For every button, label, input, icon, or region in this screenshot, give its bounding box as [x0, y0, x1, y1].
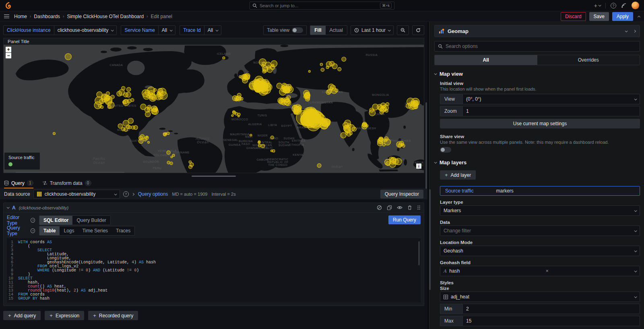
map-place-label: CANADA	[110, 64, 123, 66]
map-info-button[interactable]: i	[416, 163, 421, 169]
help-icon[interactable]: ?	[611, 3, 616, 8]
traffic-marker	[231, 115, 233, 117]
news-icon[interactable]	[621, 3, 627, 8]
query-inspector-button[interactable]: Query Inspector	[380, 190, 423, 199]
editor-type-help-icon[interactable]: ?	[31, 218, 35, 223]
collapse-header-icon[interactable]	[638, 14, 640, 19]
view-select[interactable]: (0°, 0°)	[462, 94, 640, 104]
run-query-button[interactable]: Run Query	[388, 215, 421, 224]
traffic-marker	[122, 86, 125, 90]
options-tab-overrides[interactable]: Overrides	[537, 55, 640, 65]
zoom-out-time-button[interactable]	[397, 25, 409, 35]
delete-query-icon[interactable]	[407, 205, 412, 210]
duplicate-query-icon[interactable]	[387, 205, 392, 210]
user-avatar[interactable]	[632, 2, 639, 9]
drag-handle-icon[interactable]	[417, 205, 421, 210]
time-range-picker[interactable]: Last 1 hour	[351, 25, 394, 35]
editor-type-sql-editor[interactable]: SQL Editor	[39, 216, 72, 225]
query-type-table[interactable]: Table	[39, 226, 60, 235]
layer-type-label: Layer type	[440, 200, 640, 205]
clear-icon[interactable]: ×	[546, 268, 549, 274]
query-type-logs[interactable]: Logs	[60, 226, 78, 235]
geohash-field-select[interactable]: A hash ×	[440, 266, 640, 276]
size-field-select[interactable]: adj_heat	[440, 292, 640, 302]
disable-query-icon[interactable]	[377, 205, 382, 210]
traffic-marker	[127, 87, 131, 91]
editor-type-query-builder[interactable]: Query Builder	[72, 216, 110, 225]
view-label: View	[440, 94, 462, 104]
variable-value-dropdown[interactable]: All	[158, 25, 175, 35]
map-canvas[interactable]: CANADAUNITED STATESMEXICOGUATEMALAVENEZU…	[4, 45, 424, 173]
query-type-time-series[interactable]: Time Series	[78, 226, 112, 235]
tab-transform-data[interactable]: Transform data0	[42, 180, 91, 188]
traffic-marker	[171, 156, 173, 158]
add-layer-button[interactable]: +Add layer	[440, 170, 476, 180]
global-search[interactable]: ⌘+k	[250, 2, 394, 10]
query-row-header[interactable]: A (clickhouse-observability)	[4, 203, 424, 213]
breadcrumb-item[interactable]: Dashboards	[34, 14, 60, 19]
menu-icon[interactable]	[4, 14, 9, 19]
table-view-switch[interactable]	[292, 27, 303, 33]
discard-button[interactable]: Discard	[561, 12, 586, 21]
tab-query[interactable]: Query1	[4, 180, 33, 188]
table-view-toggle[interactable]: Table view	[263, 25, 307, 35]
panel-title[interactable]: Panel Title	[4, 38, 424, 45]
query-options-link[interactable]: Query options	[138, 191, 168, 197]
zoom-input[interactable]: 1	[462, 106, 640, 116]
collapse-query-icon[interactable]	[7, 206, 10, 209]
section-map-layers-header[interactable]: Map layers	[434, 159, 640, 166]
add-query-button[interactable]: +Add query	[3, 311, 41, 320]
traffic-marker	[326, 62, 332, 67]
recorded-query-button[interactable]: +Recorded query	[88, 311, 138, 320]
breadcrumb-item[interactable]: Edit panel	[151, 14, 172, 19]
data-select[interactable]: Change filter	[440, 226, 640, 236]
hide-response-icon[interactable]	[397, 205, 402, 210]
refresh-button[interactable]	[412, 25, 424, 35]
map-place-label: ALGERIA	[248, 123, 262, 126]
query-type-traces[interactable]: Traces	[112, 226, 134, 235]
traffic-marker	[271, 64, 274, 67]
traffic-marker	[327, 89, 332, 93]
datasource-picker[interactable]: clickhouse-observability	[33, 190, 120, 199]
main-scrollbar[interactable]	[425, 102, 427, 189]
panel-resize-handle[interactable]	[0, 173, 427, 179]
options-search-input[interactable]	[446, 43, 636, 49]
grafana-logo[interactable]	[5, 2, 12, 9]
traffic-marker	[270, 136, 274, 139]
add-new-button[interactable]: +	[594, 2, 601, 9]
options-search[interactable]	[434, 41, 640, 52]
expression-button[interactable]: +Expression	[45, 311, 84, 320]
traffic-marker	[235, 112, 238, 115]
breadcrumb-item[interactable]: Simple ClickHouse OTel Dashboard	[67, 14, 144, 19]
breadcrumb-item[interactable]: Home	[14, 14, 27, 19]
map-zoom-in-button[interactable]: +	[6, 47, 11, 52]
variable-value-dropdown[interactable]: All	[204, 25, 221, 35]
layer-type-select[interactable]: Markers	[440, 205, 640, 216]
query-type-help-icon[interactable]: ?	[31, 228, 35, 233]
save-button[interactable]: Save	[589, 12, 609, 21]
pane-scrollbar[interactable]	[429, 189, 431, 290]
layer-card[interactable]: Source traffic markers	[440, 186, 640, 196]
options-tab-all[interactable]: All	[435, 55, 537, 65]
location-mode-label: Location Mode	[440, 240, 640, 245]
variable-value-dropdown[interactable]: clickhouse-observability	[54, 25, 117, 35]
map-zoom-out-button[interactable]: −	[6, 53, 11, 58]
datasource-help-icon[interactable]: ?	[123, 191, 129, 197]
location-mode-select[interactable]: Geohash	[440, 246, 640, 256]
apply-button[interactable]: Apply	[612, 12, 633, 21]
traffic-marker	[167, 161, 170, 164]
display-mode-fill[interactable]: Fill	[310, 26, 325, 35]
use-current-map-settings-button[interactable]: Use current map settings	[440, 119, 640, 128]
max-input[interactable]: 15	[462, 316, 640, 326]
viz-dropdown-icon[interactable]	[625, 29, 628, 32]
visualization-picker[interactable]: Geomap	[434, 25, 640, 37]
sql-scrollbar[interactable]	[418, 241, 420, 265]
min-input[interactable]: 2	[462, 304, 640, 314]
display-mode-actual[interactable]: Actual	[326, 26, 347, 35]
search-input[interactable]	[260, 3, 378, 8]
share-view-toggle[interactable]	[440, 147, 451, 153]
section-map-view-header[interactable]: Map view	[434, 71, 640, 77]
sql-editor[interactable]: 1WITH coords AS2 (3 SELECT4 Latitude,5 L…	[7, 238, 421, 302]
collapse-pane-icon[interactable]	[633, 29, 636, 32]
traffic-marker	[399, 141, 404, 145]
